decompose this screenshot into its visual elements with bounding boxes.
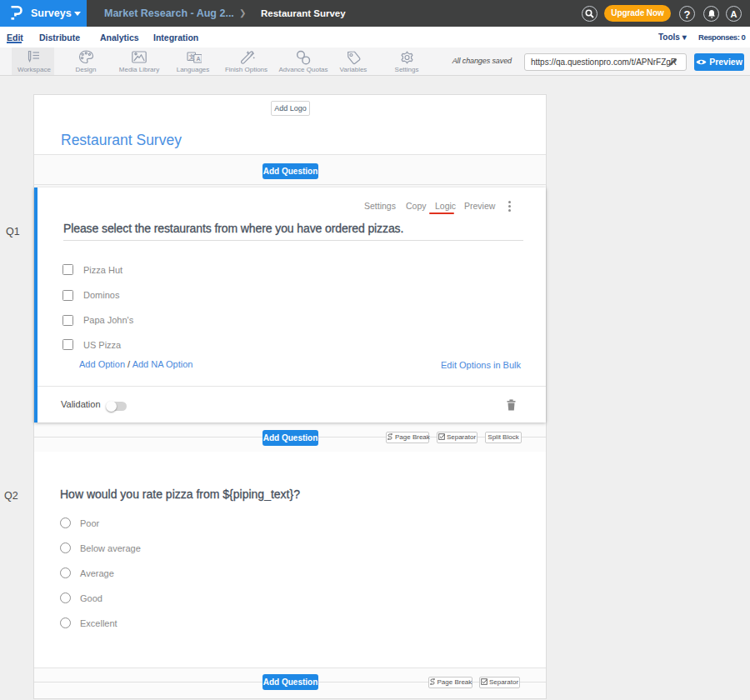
svg-text:文: 文 <box>188 53 195 60</box>
svg-text:A: A <box>197 56 201 62</box>
